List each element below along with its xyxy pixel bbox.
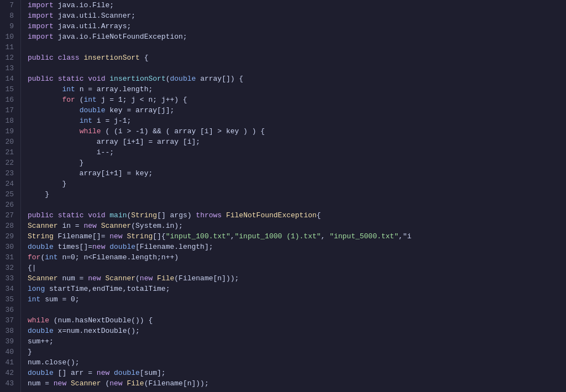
token-kw-control: for <box>62 96 75 104</box>
line-number: 36 <box>4 305 14 315</box>
token-class-name: String <box>131 211 157 219</box>
token-plain: sum++; <box>28 337 54 346</box>
token-plain: (num.hasNextDouble()) { <box>49 316 153 325</box>
line-number: 34 <box>4 284 14 294</box>
line-number: 27 <box>4 210 14 221</box>
code-line: public static void main(String[] args) t… <box>28 210 566 221</box>
token-kw: public <box>28 75 54 83</box>
token-class-name: Scanner <box>71 379 101 388</box>
token-plain: in = <box>58 222 84 230</box>
token-class-name: Scanner <box>101 222 132 230</box>
code-line: double [] arr = new double[sum]; <box>28 368 566 378</box>
token-plain: num.close(); <box>28 358 80 367</box>
token-class-name: Scanner <box>28 222 58 230</box>
token-kw-blue: int <box>80 117 92 125</box>
code-line: import java.util.Arrays; <box>28 21 566 32</box>
token-plain: array[]) { <box>196 75 243 83</box>
token-kw-control: for <box>28 253 40 262</box>
token-plain: ,"i <box>399 232 411 241</box>
token-plain <box>54 75 58 83</box>
token-kw: class <box>58 54 80 62</box>
code-line: double times[]=new double[Filename.lengt… <box>28 242 566 252</box>
token-plain: times[]= <box>54 243 92 251</box>
code-content[interactable]: import java.io.File;import java.util.Sca… <box>21 0 566 392</box>
line-number: 20 <box>4 137 14 147</box>
token-kw-blue: double <box>114 369 140 377</box>
token-class-name: File <box>157 274 174 283</box>
token-kw: new <box>54 379 66 388</box>
token-plain: array [i+1] = array [i]; <box>28 138 200 146</box>
token-plain: (Filename[n])); <box>174 274 239 283</box>
line-number: 15 <box>4 84 14 95</box>
token-plain <box>153 274 157 283</box>
line-number: 33 <box>4 273 14 284</box>
code-line: num = new Scanner (new File(Filename[n])… <box>28 378 566 389</box>
code-line: int i = j-1; <box>28 116 566 126</box>
token-kw: new <box>83 222 96 230</box>
token-plain: x=num.nextDouble(); <box>54 327 140 335</box>
token-plain: Filename[]= <box>54 232 109 241</box>
line-number: 32 <box>4 263 14 273</box>
line-number: 29 <box>4 231 14 242</box>
token-plain: [Filename.length]; <box>135 243 213 251</box>
code-line: long startTime,endTime,totalTime; <box>28 284 566 294</box>
token-plain: key = array[j]; <box>105 106 174 114</box>
code-line <box>28 42 566 53</box>
token-plain: java.io.File; <box>54 1 114 9</box>
code-line: import java.io.File; <box>28 0 566 11</box>
code-line: for (int j = 1; j < n; j++) { <box>28 95 566 105</box>
token-plain: [] args) <box>157 211 196 219</box>
line-number: 12 <box>4 53 14 63</box>
token-str: "input_1000 (1).txt" <box>235 232 321 241</box>
code-line: public static void insertionSort(double … <box>28 74 566 84</box>
token-plain: startTime,endTime,totalTime; <box>45 285 170 293</box>
line-number: 22 <box>4 158 14 168</box>
code-line: array[i+1] = key; <box>28 168 566 179</box>
code-editor: 7891011121314151617181920212223242526272… <box>0 0 566 392</box>
token-plain: {| <box>28 264 36 272</box>
code-line: import java.io.FileNotFoundException; <box>28 32 566 42</box>
token-plain <box>109 369 114 377</box>
token-plain: , <box>321 232 330 241</box>
code-line: while ( (i > -1) && ( array [i] > key ) … <box>28 126 566 137</box>
line-number: 18 <box>4 116 14 126</box>
token-plain <box>28 117 80 125</box>
code-line: Scanner in = new Scanner(System.in); <box>28 221 566 231</box>
token-plain: sum = 0; <box>40 295 79 304</box>
code-line <box>28 200 566 210</box>
token-kw-control: while <box>28 316 49 325</box>
token-class-name: FileNotFoundException <box>226 211 317 219</box>
line-number: 23 <box>4 168 14 179</box>
token-kw-control: while <box>80 127 101 135</box>
token-kw: import <box>28 1 54 9</box>
token-plain: { <box>140 54 149 62</box>
code-line: String Filename[]= new String[]{"input_1… <box>28 231 566 242</box>
token-plain: ( <box>101 379 110 388</box>
code-line: } <box>28 189 566 200</box>
code-line: double key = array[j]; <box>28 105 566 116</box>
token-plain: java.io.FileNotFoundException; <box>54 33 187 41</box>
token-plain <box>28 127 80 135</box>
code-line: } <box>28 347 566 357</box>
token-plain: i--; <box>28 148 114 156</box>
line-number: 37 <box>4 315 14 326</box>
token-kw: public <box>28 54 54 62</box>
code-line: public class insertionSort { <box>28 53 566 63</box>
token-kw: new <box>97 369 109 377</box>
token-plain: , <box>230 232 235 241</box>
line-number: 25 <box>4 189 14 200</box>
token-plain: ( <box>75 96 84 104</box>
token-plain: } <box>28 348 32 356</box>
token-plain: i = j-1; <box>92 117 131 125</box>
token-class-name: String <box>28 232 54 241</box>
code-line: double x=num.nextDouble(); <box>28 326 566 336</box>
token-plain: []{ <box>153 232 165 241</box>
code-line: sum++; <box>28 336 566 347</box>
line-numbers: 7891011121314151617181920212223242526272… <box>0 0 21 392</box>
token-plain: n = array.length; <box>75 85 153 93</box>
token-kw: new <box>109 232 122 241</box>
line-number: 9 <box>4 21 14 32</box>
token-plain: j = 1; j < n; j++) { <box>97 96 187 104</box>
line-number: 43 <box>4 378 14 389</box>
token-class-name: File <box>127 379 144 388</box>
